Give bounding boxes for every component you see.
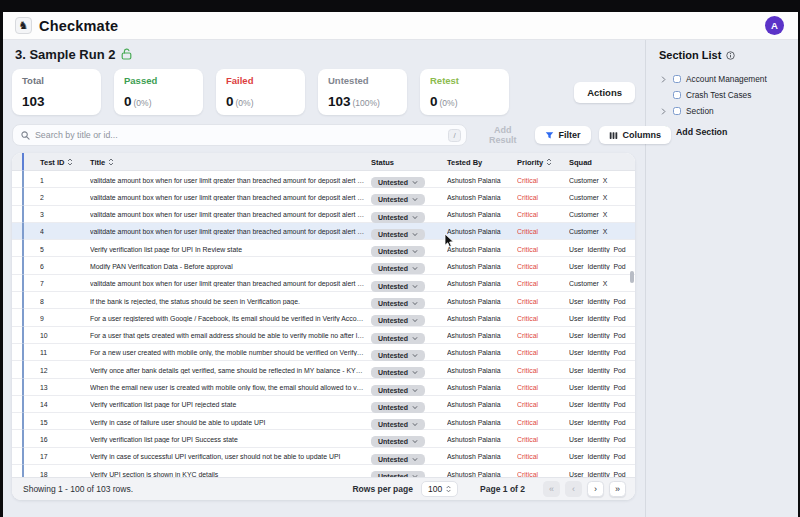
row-checkbox[interactable] bbox=[22, 222, 24, 241]
table-row[interactable]: 14Verify verification list page for UPI … bbox=[12, 396, 635, 413]
table-row[interactable]: 11For a new user created with mobile onl… bbox=[12, 344, 635, 361]
table-row[interactable]: 7valitdate amount box when for user limi… bbox=[12, 275, 635, 292]
last-page-button[interactable]: » bbox=[609, 481, 626, 497]
status-dropdown[interactable]: Untested bbox=[371, 194, 425, 205]
table-row[interactable]: 12Verify once after bank details get ver… bbox=[12, 361, 635, 378]
table-row[interactable]: 15Verify in case of failure user should … bbox=[12, 413, 635, 430]
row-checkbox[interactable] bbox=[22, 447, 24, 466]
row-checkbox-cell bbox=[12, 275, 40, 293]
cell-tested-by: Ashutosh Palania bbox=[447, 228, 517, 235]
select-all-checkbox[interactable] bbox=[22, 153, 24, 171]
status-dropdown[interactable]: Untested bbox=[371, 402, 425, 413]
cell-status: Untested bbox=[371, 171, 447, 189]
table-row[interactable]: 3valitdate amount box when for user limi… bbox=[12, 206, 635, 223]
row-checkbox[interactable] bbox=[22, 360, 24, 379]
row-checkbox[interactable] bbox=[22, 412, 24, 431]
stat-value: 0(0%) bbox=[226, 94, 295, 109]
sidebar-item-account-management[interactable]: Account Management bbox=[659, 71, 786, 87]
table-row[interactable]: 1valitdate amount box when for user limi… bbox=[12, 171, 635, 188]
table-row[interactable]: 9For a user registered with Google / Fac… bbox=[12, 309, 635, 326]
section-checkbox[interactable] bbox=[673, 75, 681, 83]
status-value: Untested bbox=[378, 248, 408, 255]
chevron-down-icon bbox=[412, 370, 418, 375]
table-row[interactable]: 18Verify UPI section is shown in KYC det… bbox=[12, 465, 635, 477]
section-checkbox[interactable] bbox=[673, 91, 681, 99]
table-row[interactable]: 8If the bank is rejected, the status sho… bbox=[12, 292, 635, 309]
cell-priority: Critical bbox=[517, 194, 569, 201]
cell-tested-by: Ashutosh Palania bbox=[447, 332, 517, 339]
user-avatar[interactable]: A bbox=[765, 16, 784, 35]
status-dropdown[interactable]: Untested bbox=[371, 298, 425, 309]
row-checkbox[interactable] bbox=[22, 274, 24, 293]
sort-icon[interactable] bbox=[546, 158, 552, 166]
status-dropdown[interactable]: Untested bbox=[371, 212, 425, 223]
sidebar-item-crash-test-cases[interactable]: Crash Test Cases bbox=[659, 87, 786, 103]
cell-status: Untested bbox=[371, 344, 447, 362]
status-dropdown[interactable]: Untested bbox=[371, 263, 425, 274]
info-icon[interactable] bbox=[726, 51, 735, 60]
add-section-button[interactable]: Add Section bbox=[659, 126, 786, 137]
table-scrollbar-thumb[interactable] bbox=[630, 271, 634, 283]
cell-test-id: 15 bbox=[40, 419, 90, 426]
col-header-priority[interactable]: Priority bbox=[517, 158, 569, 167]
row-checkbox[interactable] bbox=[22, 291, 24, 310]
status-dropdown[interactable]: Untested bbox=[371, 436, 425, 447]
status-dropdown[interactable]: Untested bbox=[371, 315, 425, 326]
row-checkbox[interactable] bbox=[22, 429, 24, 448]
chevron-right-icon[interactable] bbox=[659, 108, 668, 115]
row-checkbox-cell bbox=[12, 240, 40, 258]
cell-tested-by: Ashutosh Palania bbox=[447, 349, 517, 356]
status-dropdown[interactable]: Untested bbox=[371, 419, 425, 430]
table-row[interactable]: 5Verify verification list page for UPI I… bbox=[12, 240, 635, 257]
row-checkbox[interactable] bbox=[22, 239, 24, 258]
row-checkbox[interactable] bbox=[22, 378, 24, 397]
cell-priority: Critical bbox=[517, 367, 569, 374]
sort-icon[interactable] bbox=[108, 158, 114, 166]
table-row[interactable]: 16Verify verification list page for UPI … bbox=[12, 430, 635, 447]
row-checkbox[interactable] bbox=[22, 308, 24, 327]
table-footer: Showing 1 - 100 of 103 rows. Rows per pa… bbox=[12, 477, 635, 500]
table-row[interactable]: 10For a user that gets created with emai… bbox=[12, 327, 635, 344]
table-row[interactable]: 17Verify in case of successful UPI verif… bbox=[12, 448, 635, 465]
row-checkbox[interactable] bbox=[22, 395, 24, 414]
status-dropdown[interactable]: Untested bbox=[371, 177, 425, 188]
sort-icon[interactable] bbox=[67, 158, 73, 166]
stats-cards: Total103Passed0(0%)Failed0(0%)Untested10… bbox=[12, 69, 509, 115]
row-checkbox[interactable] bbox=[22, 205, 24, 224]
col-header-test-id[interactable]: Test ID bbox=[40, 158, 90, 167]
cell-title: valitdate amount box when for user limit… bbox=[90, 211, 371, 218]
table-row[interactable]: 6Modify PAN Verification Data - Before a… bbox=[12, 257, 635, 274]
status-dropdown[interactable]: Untested bbox=[371, 246, 425, 257]
row-checkbox[interactable] bbox=[22, 464, 24, 477]
status-dropdown[interactable]: Untested bbox=[371, 229, 425, 240]
status-dropdown[interactable]: Untested bbox=[371, 333, 425, 344]
section-checkbox[interactable] bbox=[673, 107, 681, 115]
row-checkbox[interactable] bbox=[22, 171, 24, 189]
status-dropdown[interactable]: Untested bbox=[371, 454, 425, 465]
row-checkbox[interactable] bbox=[22, 256, 24, 275]
stat-label: Untested bbox=[328, 75, 397, 86]
cell-title: Verify verification list page for UPI Su… bbox=[90, 436, 371, 443]
sidebar-item-section[interactable]: Section bbox=[659, 103, 786, 119]
cell-test-id: 3 bbox=[40, 211, 90, 218]
col-header-title[interactable]: Title bbox=[90, 158, 371, 167]
status-dropdown[interactable]: Untested bbox=[371, 281, 425, 292]
rows-per-page-select[interactable]: 100 bbox=[421, 481, 458, 497]
status-dropdown[interactable]: Untested bbox=[371, 350, 425, 361]
next-page-button[interactable]: › bbox=[587, 481, 604, 497]
table-row[interactable]: 4valitdate amount box when for user limi… bbox=[12, 223, 635, 240]
table-row[interactable]: 2valitdate amount box when for user limi… bbox=[12, 188, 635, 205]
filter-button[interactable]: Filter bbox=[535, 126, 591, 144]
row-checkbox[interactable] bbox=[22, 187, 24, 206]
row-checkbox[interactable] bbox=[22, 326, 24, 345]
add-result-button[interactable]: Add Result bbox=[489, 125, 517, 145]
search-input[interactable] bbox=[35, 130, 443, 140]
search-shortcut-badge: / bbox=[448, 129, 461, 142]
chevron-right-icon[interactable] bbox=[659, 76, 668, 83]
columns-button[interactable]: Columns bbox=[599, 126, 672, 144]
row-checkbox[interactable] bbox=[22, 343, 24, 362]
actions-button[interactable]: Actions bbox=[574, 82, 635, 103]
table-row[interactable]: 13When the email new user is created wit… bbox=[12, 379, 635, 396]
status-dropdown[interactable]: Untested bbox=[371, 367, 425, 378]
status-dropdown[interactable]: Untested bbox=[371, 385, 425, 396]
